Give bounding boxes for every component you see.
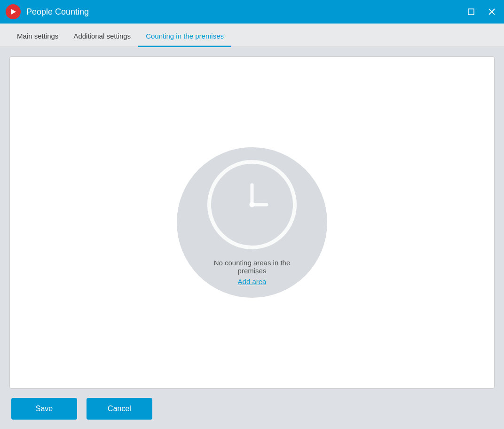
close-icon — [488, 8, 496, 16]
button-row: Save Cancel — [9, 398, 495, 420]
maximize-button[interactable] — [465, 5, 478, 18]
app-logo — [6, 4, 21, 19]
tab-main-settings[interactable]: Main settings — [9, 26, 66, 47]
content-panel: No counting areas in the premises Add ar… — [9, 56, 495, 389]
clock-circle: No counting areas in the premises Add ar… — [177, 147, 327, 298]
clock-icon — [219, 172, 285, 238]
title-bar: People Counting — [0, 0, 504, 24]
save-button[interactable]: Save — [11, 398, 77, 420]
svg-rect-1 — [468, 9, 474, 15]
clock-inner — [207, 160, 297, 249]
add-area-link[interactable]: Add area — [238, 278, 267, 286]
tab-counting-in-premises[interactable]: Counting in the premises — [138, 26, 231, 47]
app-title: People Counting — [26, 7, 465, 17]
empty-state-message: No counting areas in the premises — [177, 259, 327, 275]
window-controls — [465, 5, 498, 18]
maximize-icon — [467, 8, 475, 16]
tab-additional-settings[interactable]: Additional settings — [66, 26, 138, 47]
logo-icon — [9, 8, 17, 16]
empty-state: No counting areas in the premises Add ar… — [177, 147, 327, 298]
cancel-button[interactable]: Cancel — [87, 398, 152, 420]
svg-marker-0 — [11, 9, 16, 15]
main-area: No counting areas in the premises Add ar… — [0, 47, 504, 429]
close-button[interactable] — [485, 5, 498, 18]
tab-bar: Main settings Additional settings Counti… — [0, 24, 504, 47]
svg-point-6 — [249, 202, 254, 207]
